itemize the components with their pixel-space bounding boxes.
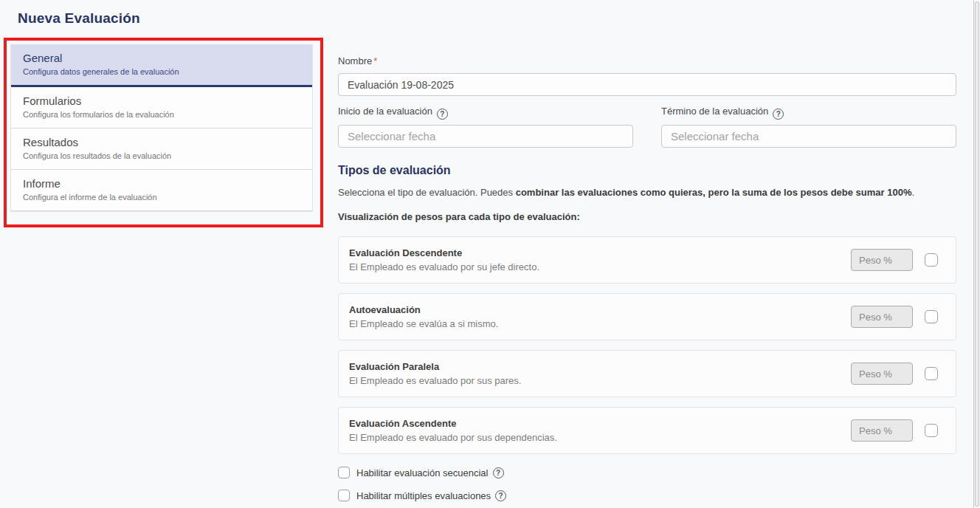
weight-input[interactable] <box>851 306 913 328</box>
help-icon[interactable]: ? <box>437 109 448 120</box>
types-intro-text: Selecciona el tipo de evaluación. Puedes… <box>338 187 956 199</box>
weight-input[interactable] <box>851 363 913 385</box>
card-description: El Empleado es evaluado por sus pares. <box>349 375 851 386</box>
card-title: Evaluación Descendente <box>349 247 851 258</box>
name-label: Nombre* <box>338 55 956 66</box>
name-label-text: Nombre <box>338 55 372 66</box>
card-title: Evaluación Ascendente <box>349 418 851 429</box>
weight-input[interactable] <box>851 249 913 271</box>
start-date-field: Inicio de la evaluación? <box>338 104 633 148</box>
types-section-heading: Tipos de evaluación <box>338 164 956 177</box>
step-title: General <box>23 52 300 64</box>
step-description: Configura el informe de la evaluación <box>23 193 300 202</box>
card-text: Autoevaluación El Empleado se evalúa a s… <box>349 304 851 329</box>
card-evaluacion-ascendente: Evaluación Ascendente El Empleado es eva… <box>338 407 956 454</box>
card-text: Evaluación Descendente El Empleado es ev… <box>349 247 851 272</box>
step-title: Informe <box>23 177 300 190</box>
date-range-row: Inicio de la evaluación? Término de la e… <box>338 104 956 148</box>
step-general[interactable]: General Configura datos generales de la … <box>11 44 312 87</box>
option-sequential-evaluation: Habilitar evaluación secuencial ? <box>338 467 956 478</box>
option-multiple-evaluations: Habilitar múltiples evaluaciones ? <box>338 490 956 501</box>
step-description: Configura los formularios de la evaluaci… <box>23 110 300 119</box>
step-resultados[interactable]: Resultados Configura los resultados de l… <box>11 128 312 170</box>
step-title: Resultados <box>23 136 300 148</box>
wizard-steps: General Configura datos generales de la … <box>10 44 313 212</box>
weights-caption: Visualización de pesos para cada tipo de… <box>338 211 956 222</box>
card-text: Evaluación Ascendente El Empleado es eva… <box>349 418 851 443</box>
step-description: Configura datos generales de la evaluaci… <box>23 67 300 76</box>
start-date-input[interactable] <box>338 125 633 148</box>
intro-suffix: . <box>912 187 915 198</box>
enable-type-checkbox[interactable] <box>925 310 938 323</box>
name-input[interactable] <box>338 73 956 96</box>
help-icon[interactable]: ? <box>773 109 784 120</box>
page-title: Nueva Evaluación <box>18 10 140 27</box>
end-date-label: Término de la evaluación <box>661 106 768 117</box>
card-evaluacion-descendente: Evaluación Descendente El Empleado es ev… <box>338 236 956 284</box>
evaluation-form: Nombre* Inicio de la evaluación? Término… <box>338 0 956 501</box>
help-icon[interactable]: ? <box>495 490 506 501</box>
evaluation-type-cards: Evaluación Descendente El Empleado es ev… <box>338 236 956 454</box>
start-date-label: Inicio de la evaluación <box>338 106 432 117</box>
card-title: Autoevaluación <box>349 304 851 315</box>
required-asterisk: * <box>373 55 377 66</box>
multiple-evaluations-checkbox[interactable] <box>338 490 350 501</box>
option-label: Habilitar evaluación secuencial <box>356 467 489 478</box>
help-icon[interactable]: ? <box>493 467 504 478</box>
card-description: El Empleado se evalúa a si mismo. <box>349 318 851 329</box>
intro-bold: combinar las evaluaciones como quieras, … <box>516 187 912 198</box>
scrollbar[interactable] <box>973 0 980 508</box>
enable-type-checkbox[interactable] <box>925 253 938 267</box>
scrollbar-thumb[interactable] <box>975 1 979 507</box>
weight-input[interactable] <box>851 419 913 442</box>
enable-type-checkbox[interactable] <box>925 424 938 437</box>
end-date-input[interactable] <box>661 125 956 148</box>
step-title: Formularios <box>23 95 300 107</box>
card-description: El Empleado es evaluado por su jefe dire… <box>349 261 851 272</box>
step-formularios[interactable]: Formularios Configura los formularios de… <box>11 87 312 128</box>
enable-type-checkbox[interactable] <box>925 367 938 380</box>
end-date-field: Término de la evaluación? <box>661 104 956 148</box>
card-text: Evaluación Paralela El Empleado es evalu… <box>349 361 851 386</box>
option-label: Habilitar múltiples evaluaciones <box>356 490 491 501</box>
card-title: Evaluación Paralela <box>349 361 851 372</box>
intro-prefix: Selecciona el tipo de evaluación. Puedes <box>338 187 516 198</box>
card-description: El Empleado es evaluado por sus dependen… <box>349 432 851 443</box>
card-evaluacion-paralela: Evaluación Paralela El Empleado es evalu… <box>338 350 956 397</box>
card-autoevaluacion: Autoevaluación El Empleado se evalúa a s… <box>338 293 956 340</box>
sequential-evaluation-checkbox[interactable] <box>338 467 350 478</box>
step-informe[interactable]: Informe Configura el informe de la evalu… <box>11 170 312 211</box>
step-description: Configura los resultados de la evaluació… <box>23 151 300 160</box>
